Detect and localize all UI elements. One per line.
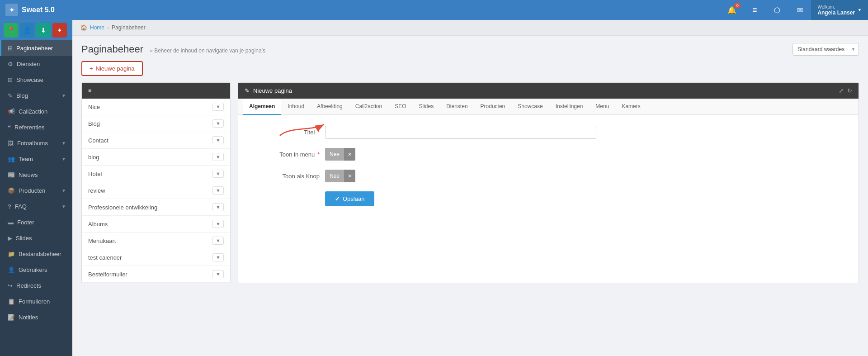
tab-seo[interactable]: SEO — [388, 99, 412, 115]
save-button[interactable]: ✔ Opslaan — [325, 191, 374, 206]
sidebar-label-gebruikers: Gebruikers — [19, 266, 66, 273]
sidebar-label-faq: FAQ — [15, 203, 58, 210]
shield-btn[interactable]: ⬡ — [766, 0, 788, 20]
sidebar-item-redirects[interactable]: ↪ Redirects — [0, 278, 72, 294]
download-quick-btn[interactable]: ⬇ — [36, 23, 51, 38]
sidebar-item-notities[interactable]: 📝 Notities — [0, 309, 72, 325]
tab-inhoud[interactable]: Inhoud — [281, 99, 311, 115]
user-menu[interactable]: Welkom, Angela Lanser ▼ — [811, 0, 868, 20]
tab-producten[interactable]: Producten — [474, 99, 512, 115]
list-item[interactable]: Contact ▼ — [82, 132, 230, 149]
tab-diensten[interactable]: Diensten — [440, 99, 474, 115]
toon-in-menu-row: Toon in menu * Nee ✕ — [256, 148, 840, 161]
sidebar-item-formulieren[interactable]: 📋 Formulieren — [0, 294, 72, 309]
refresh-icon[interactable]: ↻ — [847, 87, 852, 94]
location-quick-btn[interactable]: 📍 — [4, 23, 18, 38]
tab-menu[interactable]: Menu — [589, 99, 615, 115]
expand-blog-btn[interactable]: ▼ — [212, 119, 224, 128]
new-page-button[interactable]: + Nieuwe pagina — [81, 61, 143, 76]
sidebar-label-formulieren: Formulieren — [19, 298, 66, 305]
nieuws-icon: 📰 — [8, 171, 15, 178]
tab-showcase[interactable]: Showcase — [511, 99, 549, 115]
tab-slides[interactable]: Slides — [413, 99, 440, 115]
tab-instellingen[interactable]: Instellingen — [549, 99, 590, 115]
sidebar-item-nieuws[interactable]: 📰 Nieuws — [0, 167, 72, 183]
expand-menukaart-btn[interactable]: ▼ — [212, 237, 224, 245]
page-header: Paginabeheer » Beheer de inhoud en navig… — [72, 36, 868, 61]
list-item[interactable]: Menukaart ▼ — [82, 233, 230, 249]
chevron-faq-icon: ▼ — [61, 204, 66, 209]
titel-input[interactable] — [325, 126, 596, 139]
toon-in-menu-toggle[interactable]: Nee ✕ — [325, 148, 355, 161]
toggle-nee-x[interactable]: ✕ — [344, 148, 355, 161]
sidebar-item-slides[interactable]: ▶ Slides — [0, 230, 72, 246]
producten-icon: 📦 — [8, 187, 15, 194]
sidebar-item-faq[interactable]: ? FAQ ▼ — [0, 199, 72, 214]
main-layout: 📍 👤 ⬇ ✦ ⊞ Paginabeheer ⚙ Diensten ⊞ Show… — [0, 20, 868, 356]
page-item-blog: Blog — [88, 120, 212, 127]
mail-btn[interactable]: ✉ — [788, 0, 811, 20]
sidebar-item-team[interactable]: 👥 Team ▼ — [0, 151, 72, 167]
list-item[interactable]: Professionele ontwikkeling ▼ — [82, 199, 230, 216]
list-item[interactable]: Blog ▼ — [82, 115, 230, 132]
list-btn[interactable]: ≡ — [743, 0, 766, 20]
expand-contact-btn[interactable]: ▼ — [212, 136, 224, 144]
list-item[interactable]: Albums ▼ — [82, 216, 230, 233]
sidebar-label-producten: Producten — [19, 187, 58, 194]
content-area: ≡ Nice ▼ Blog ▼ Contact ▼ blog ▼ — [72, 82, 868, 292]
tab-algemeen[interactable]: Algemeen — [243, 99, 281, 115]
list-item[interactable]: blog ▼ — [82, 149, 230, 166]
tab-call2action[interactable]: Call2action — [349, 99, 388, 115]
expand-hotel-btn[interactable]: ▼ — [212, 170, 224, 178]
expand-blog2-btn[interactable]: ▼ — [212, 153, 224, 161]
sidebar-label-footer: Footer — [17, 219, 66, 226]
sidebar-label-slides: Slides — [16, 235, 66, 242]
expand-nice-btn[interactable]: ▼ — [212, 103, 224, 111]
page-item-review: review — [88, 187, 212, 194]
gebruikers-icon: 👤 — [8, 266, 15, 273]
user-quick-btn[interactable]: 👤 — [20, 23, 34, 38]
sidebar-item-referenties[interactable]: ❝ Referenties — [0, 119, 72, 135]
sidebar-label-showcase: Showcase — [16, 76, 66, 83]
sidebar-label-team: Team — [19, 156, 58, 162]
expand-testcal-btn[interactable]: ▼ — [212, 253, 224, 261]
page-item-bestel: Bestelformulier — [88, 271, 212, 278]
std-dropdown-wrap[interactable]: Standaard waardes — [793, 43, 859, 56]
toggle-knop-x[interactable]: ✕ — [344, 170, 355, 182]
std-dropdown[interactable]: Standaard waardes — [793, 43, 859, 56]
list-item[interactable]: Hotel ▼ — [82, 166, 230, 182]
tab-afbeelding[interactable]: Afbeelding — [311, 99, 349, 115]
edit-icon: ✎ — [245, 87, 250, 94]
expand-bestel-btn[interactable]: ▼ — [212, 270, 224, 278]
breadcrumb-home[interactable]: Home — [90, 24, 104, 31]
list-item[interactable]: test calender ▼ — [82, 249, 230, 266]
sidebar-item-fotoalbums[interactable]: 🖼 Fotoalbums ▼ — [0, 135, 72, 151]
sidebar-item-bestandsbeheer[interactable]: 📁 Bestandsbeheer — [0, 246, 72, 262]
notities-icon: 📝 — [8, 314, 15, 321]
sidebar-item-paginabeheer[interactable]: ⊞ Paginabeheer — [0, 40, 72, 56]
expand-prof-btn[interactable]: ▼ — [212, 203, 224, 211]
list-item[interactable]: Bestelformulier ▼ — [82, 266, 230, 283]
sidebar: 📍 👤 ⬇ ✦ ⊞ Paginabeheer ⚙ Diensten ⊞ Show… — [0, 20, 72, 356]
formulieren-icon: 📋 — [8, 298, 15, 305]
sidebar-item-call2action[interactable]: 📢 Call2action — [0, 104, 72, 119]
sidebar-item-gebruikers[interactable]: 👤 Gebruikers — [0, 262, 72, 278]
list-item[interactable]: review ▼ — [82, 182, 230, 199]
sidebar-item-footer[interactable]: ▬ Footer — [0, 214, 72, 230]
form-header-left: ✎ Nieuwe pagina — [245, 87, 292, 94]
chevron-producten-icon: ▼ — [61, 188, 66, 193]
list-item[interactable]: Nice ▼ — [82, 99, 230, 115]
expand-review-btn[interactable]: ▼ — [212, 186, 224, 195]
sidebar-label-paginabeheer: Paginabeheer — [16, 45, 66, 52]
sidebar-item-showcase[interactable]: ⊞ Showcase — [0, 72, 72, 88]
showcase-icon: ⊞ — [8, 76, 13, 83]
sidebar-item-diensten[interactable]: ⚙ Diensten — [0, 56, 72, 72]
tab-kamers[interactable]: Kamers — [615, 99, 646, 115]
expand-albums-btn[interactable]: ▼ — [212, 220, 224, 228]
notification-btn[interactable]: 🔔 0 — [721, 0, 743, 20]
expand-icon[interactable]: ⤢ — [839, 87, 844, 94]
share-quick-btn[interactable]: ✦ — [52, 23, 67, 38]
sidebar-item-blog[interactable]: ✎ Blog ▼ — [0, 88, 72, 104]
sidebar-item-producten[interactable]: 📦 Producten ▼ — [0, 183, 72, 199]
toon-als-knop-toggle[interactable]: Nee ✕ — [325, 170, 355, 182]
